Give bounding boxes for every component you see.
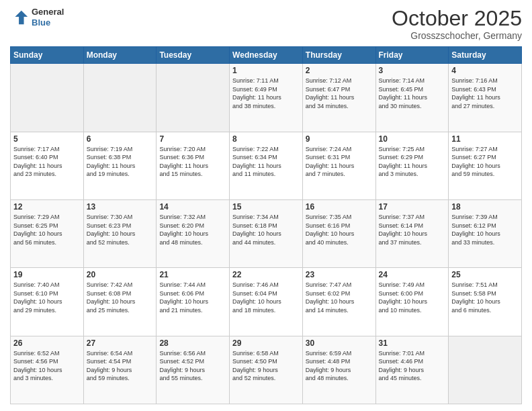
day-cell-9: 9Sunrise: 7:24 AM Sunset: 6:31 PM Daylig… [302,132,375,199]
day-cell-19: 19Sunrise: 7:40 AM Sunset: 6:10 PM Dayli… [11,268,84,336]
day-info: Sunrise: 7:17 AM Sunset: 6:40 PM Dayligh… [13,145,81,179]
day-number: 13 [87,202,154,212]
day-number: 29 [232,338,300,348]
calendar-table: SundayMondayTuesdayWednesdayThursdayFrid… [10,46,522,404]
day-cell-16: 16Sunrise: 7:35 AM Sunset: 6:16 PM Dayli… [302,199,375,267]
day-number: 20 [87,270,154,279]
day-info: Sunrise: 6:59 AM Sunset: 4:48 PM Dayligh… [306,349,373,383]
day-number: 18 [451,202,519,212]
day-number: 6 [87,134,154,144]
day-number: 11 [451,134,519,144]
week-row-1: 1Sunrise: 7:11 AM Sunset: 6:49 PM Daylig… [11,64,522,132]
weekday-header-sunday: Sunday [11,47,84,64]
weekday-header-tuesday: Tuesday [157,47,230,64]
logo-line1: General [32,7,64,17]
day-info: Sunrise: 6:54 AM Sunset: 4:54 PM Dayligh… [87,349,154,383]
day-number: 9 [306,134,373,144]
day-info: Sunrise: 7:27 AM Sunset: 6:27 PM Dayligh… [451,145,519,179]
day-cell-10: 10Sunrise: 7:25 AM Sunset: 6:29 PM Dayli… [375,132,449,199]
day-info: Sunrise: 7:01 AM Sunset: 4:46 PM Dayligh… [379,349,446,383]
day-cell-18: 18Sunrise: 7:39 AM Sunset: 6:12 PM Dayli… [449,199,522,267]
location: Grosszschocher, Germany [392,30,522,41]
day-info: Sunrise: 7:29 AM Sunset: 6:25 PM Dayligh… [13,213,81,246]
day-cell-1: 1Sunrise: 7:11 AM Sunset: 6:49 PM Daylig… [230,64,303,132]
day-cell-7: 7Sunrise: 7:20 AM Sunset: 6:36 PM Daylig… [157,132,230,199]
day-info: Sunrise: 7:46 AM Sunset: 6:04 PM Dayligh… [232,281,300,314]
weekday-header-monday: Monday [83,47,157,64]
day-number: 21 [159,270,226,279]
day-number: 22 [232,270,300,279]
logo-icon [10,8,29,27]
day-info: Sunrise: 7:24 AM Sunset: 6:31 PM Dayligh… [306,145,373,179]
empty-cell [157,64,230,132]
week-row-4: 19Sunrise: 7:40 AM Sunset: 6:10 PM Dayli… [11,268,522,336]
day-cell-12: 12Sunrise: 7:29 AM Sunset: 6:25 PM Dayli… [11,199,84,267]
empty-cell [449,336,522,404]
day-cell-5: 5Sunrise: 7:17 AM Sunset: 6:40 PM Daylig… [11,132,84,199]
day-number: 25 [451,270,519,279]
logo: General Blue [10,7,64,28]
logo-text: General Blue [32,7,64,28]
header: General Blue October 2025 Grosszschocher… [10,7,522,41]
day-cell-6: 6Sunrise: 7:19 AM Sunset: 6:38 PM Daylig… [83,132,157,199]
day-cell-4: 4Sunrise: 7:16 AM Sunset: 6:43 PM Daylig… [449,64,522,132]
day-info: Sunrise: 7:39 AM Sunset: 6:12 PM Dayligh… [451,213,519,246]
day-info: Sunrise: 7:19 AM Sunset: 6:38 PM Dayligh… [87,145,154,179]
day-cell-20: 20Sunrise: 7:42 AM Sunset: 6:08 PM Dayli… [83,268,157,336]
day-info: Sunrise: 7:11 AM Sunset: 6:49 PM Dayligh… [232,77,300,110]
day-number: 7 [159,134,226,144]
day-info: Sunrise: 7:22 AM Sunset: 6:34 PM Dayligh… [232,145,300,179]
day-number: 3 [379,66,446,75]
day-cell-3: 3Sunrise: 7:14 AM Sunset: 6:45 PM Daylig… [375,64,449,132]
day-info: Sunrise: 7:42 AM Sunset: 6:08 PM Dayligh… [87,281,154,314]
day-info: Sunrise: 7:12 AM Sunset: 6:47 PM Dayligh… [306,77,373,110]
day-number: 10 [379,134,446,144]
day-number: 5 [13,134,81,144]
day-number: 16 [306,202,373,212]
day-cell-8: 8Sunrise: 7:22 AM Sunset: 6:34 PM Daylig… [230,132,303,199]
weekday-header-wednesday: Wednesday [230,47,303,64]
day-info: Sunrise: 7:20 AM Sunset: 6:36 PM Dayligh… [159,145,226,179]
svg-marker-0 [15,10,28,24]
day-cell-30: 30Sunrise: 6:59 AM Sunset: 4:48 PM Dayli… [302,336,375,404]
day-number: 12 [13,202,81,212]
day-number: 8 [232,134,300,144]
day-cell-17: 17Sunrise: 7:37 AM Sunset: 6:14 PM Dayli… [375,199,449,267]
day-cell-22: 22Sunrise: 7:46 AM Sunset: 6:04 PM Dayli… [230,268,303,336]
day-info: Sunrise: 7:34 AM Sunset: 6:18 PM Dayligh… [232,213,300,246]
day-info: Sunrise: 7:30 AM Sunset: 6:23 PM Dayligh… [87,213,154,246]
day-info: Sunrise: 7:14 AM Sunset: 6:45 PM Dayligh… [379,77,446,110]
day-number: 19 [13,270,81,279]
day-info: Sunrise: 7:35 AM Sunset: 6:16 PM Dayligh… [306,213,373,246]
day-info: Sunrise: 6:56 AM Sunset: 4:52 PM Dayligh… [159,349,226,383]
week-row-3: 12Sunrise: 7:29 AM Sunset: 6:25 PM Dayli… [11,199,522,267]
day-info: Sunrise: 6:58 AM Sunset: 4:50 PM Dayligh… [232,349,300,383]
day-cell-13: 13Sunrise: 7:30 AM Sunset: 6:23 PM Dayli… [83,199,157,267]
day-number: 2 [306,66,373,75]
day-info: Sunrise: 7:47 AM Sunset: 6:02 PM Dayligh… [306,281,373,314]
day-info: Sunrise: 7:51 AM Sunset: 5:58 PM Dayligh… [451,281,519,314]
day-number: 24 [379,270,446,279]
day-cell-2: 2Sunrise: 7:12 AM Sunset: 6:47 PM Daylig… [302,64,375,132]
weekday-header-saturday: Saturday [449,47,522,64]
weekday-header-friday: Friday [375,47,449,64]
weekday-header-thursday: Thursday [302,47,375,64]
day-info: Sunrise: 6:52 AM Sunset: 4:56 PM Dayligh… [13,349,81,383]
day-info: Sunrise: 7:25 AM Sunset: 6:29 PM Dayligh… [379,145,446,179]
day-cell-29: 29Sunrise: 6:58 AM Sunset: 4:50 PM Dayli… [230,336,303,404]
day-info: Sunrise: 7:44 AM Sunset: 6:06 PM Dayligh… [159,281,226,314]
day-cell-21: 21Sunrise: 7:44 AM Sunset: 6:06 PM Dayli… [157,268,230,336]
day-info: Sunrise: 7:32 AM Sunset: 6:20 PM Dayligh… [159,213,226,246]
day-cell-31: 31Sunrise: 7:01 AM Sunset: 4:46 PM Dayli… [375,336,449,404]
day-number: 17 [379,202,446,212]
day-cell-24: 24Sunrise: 7:49 AM Sunset: 6:00 PM Dayli… [375,268,449,336]
day-number: 14 [159,202,226,212]
day-info: Sunrise: 7:49 AM Sunset: 6:00 PM Dayligh… [379,281,446,314]
day-number: 26 [13,338,81,348]
day-number: 23 [306,270,373,279]
day-number: 30 [306,338,373,348]
day-number: 31 [379,338,446,348]
day-cell-28: 28Sunrise: 6:56 AM Sunset: 4:52 PM Dayli… [157,336,230,404]
day-number: 28 [159,338,226,348]
day-number: 15 [232,202,300,212]
